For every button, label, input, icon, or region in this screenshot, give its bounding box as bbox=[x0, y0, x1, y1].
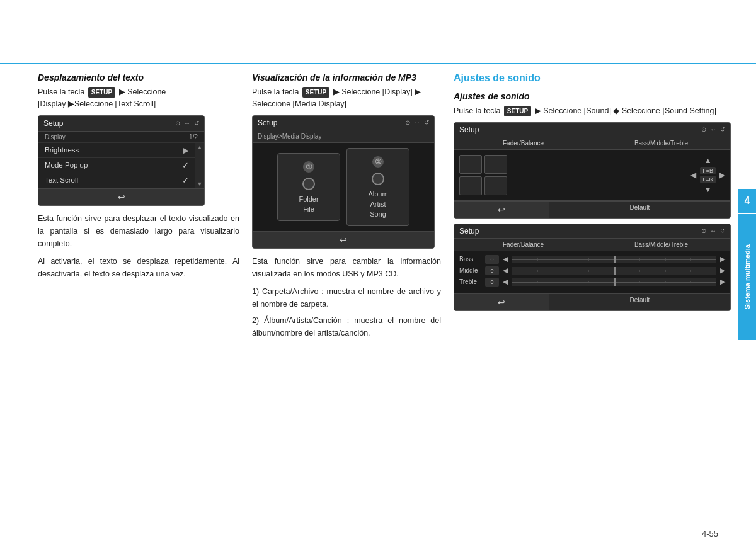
media-circle-2 bbox=[372, 173, 384, 185]
brightness-row: Brightness ▶ bbox=[38, 143, 195, 158]
eq-area: Bass 0 ◀ ▶ bbox=[454, 251, 730, 293]
media-text-folder: Folder bbox=[299, 195, 318, 203]
bass-middle-treble-tab: Bass/Middle/Treble bbox=[592, 137, 730, 150]
mid-body-text: Esta función sirve para cambiar la infor… bbox=[252, 255, 441, 280]
middle-bar bbox=[512, 267, 716, 275]
mid-section-title: Visualización de la información de MP3 bbox=[252, 72, 441, 82]
media-item-1: ① Folder File bbox=[277, 153, 340, 221]
media-setup-screen: Setup ⊙ ↔ ↺ Display>Media Display ① Fold… bbox=[252, 115, 435, 249]
brightness-arrow: ▶ bbox=[183, 145, 189, 155]
setup-badge-left: SETUP bbox=[88, 87, 115, 98]
chapter-number: 4 bbox=[738, 189, 756, 213]
sound2-fader-tab: Fader/Balance bbox=[454, 239, 592, 251]
mid-instruction: Pulse la tecla SETUP ▶ Seleccione [Displ… bbox=[252, 86, 441, 110]
balance-right-arrow[interactable]: ▶ bbox=[719, 171, 725, 179]
list-item-1: 1) Carpeta/Archivo : muestra el nombre d… bbox=[252, 285, 441, 310]
middle-value: 0 bbox=[485, 266, 499, 275]
media-text-song: Song bbox=[370, 210, 386, 218]
media-screen-title: Setup bbox=[258, 118, 277, 127]
sound-screen-1: Setup ⊙ ↔ ↺ Fader/Balance Bass/Middle/Tr… bbox=[454, 122, 731, 219]
middle-right-arrow[interactable]: ▶ bbox=[720, 266, 725, 275]
chapter-label: Sistema multimedia bbox=[743, 244, 751, 309]
middle-column: Visualización de la información de MP3 P… bbox=[252, 72, 441, 343]
media-back-button[interactable]: ↩ bbox=[253, 231, 434, 248]
sound-screen-2: Setup ⊙ ↔ ↺ Fader/Balance Bass/Middle/Tr… bbox=[454, 224, 731, 311]
sound2-bmt-tab: Bass/Middle/Treble bbox=[592, 239, 730, 251]
screen-title: Setup bbox=[43, 119, 63, 128]
main-content: Desplazamiento del texto Pulse la tecla … bbox=[38, 72, 731, 526]
setup-badge-mid: SETUP bbox=[302, 87, 329, 98]
columns-container: Desplazamiento del texto Pulse la tecla … bbox=[38, 72, 731, 343]
balance-up-arrow[interactable]: ▲ bbox=[704, 156, 712, 165]
bass-bar bbox=[512, 256, 716, 263]
fader-cell-rr bbox=[484, 176, 507, 195]
media-text-file: File bbox=[303, 205, 314, 213]
right-section-title-blue: Ajustes de sonido bbox=[454, 72, 731, 84]
media-screen-header: Setup ⊙ ↔ ↺ bbox=[253, 116, 434, 130]
media-sub-label: Display>Media Display bbox=[253, 130, 434, 143]
sound-screen1-bottom: ↩ Default bbox=[454, 200, 730, 218]
screen-icons: ⊙ ↔ ↺ bbox=[175, 120, 199, 127]
treble-row: Treble 0 ◀ bbox=[459, 278, 725, 287]
balance-horizontal-row: ◀ F=B L=R ▶ bbox=[690, 167, 725, 183]
fader-balance-area: ▲ ◀ F=B L=R ▶ ▼ bbox=[454, 150, 730, 200]
left-body-text-1: Esta función sirve para desplazar el tex… bbox=[38, 212, 239, 250]
middle-row: Middle 0 ◀ bbox=[459, 266, 725, 275]
sound-screen2-bottom: ↩ Default bbox=[454, 293, 730, 310]
sound-screen2-icons: ⊙ ↔ ↺ bbox=[701, 227, 725, 234]
left-instruction-arrow: ▶ bbox=[119, 88, 125, 96]
display-sub-label: Display 1/2 bbox=[38, 132, 204, 143]
left-body-text-2: Al activarla, el texto se desplaza repet… bbox=[38, 255, 239, 280]
bass-label: Bass bbox=[459, 256, 481, 263]
treble-label: Treble bbox=[459, 278, 481, 285]
setup-badge-right: SETUP bbox=[504, 106, 531, 116]
display-setup-screen: Setup ⊙ ↔ ↺ Display 1/2 bbox=[38, 115, 205, 206]
sound-screen1-title: Setup bbox=[459, 125, 479, 134]
media-num-2: ② bbox=[372, 156, 384, 168]
balance-labels: F=B L=R bbox=[700, 167, 716, 183]
fader-cell-fl bbox=[459, 155, 482, 174]
mode-popup-check: ✓ bbox=[182, 161, 189, 170]
screen-header: Setup ⊙ ↔ ↺ bbox=[38, 116, 204, 132]
text-scroll-row: Text Scroll ✓ bbox=[38, 173, 195, 188]
sound-screen1-back[interactable]: ↩ bbox=[454, 201, 549, 218]
brightness-label: Brightness bbox=[45, 146, 79, 154]
bass-bar-fill bbox=[614, 256, 616, 263]
middle-left-arrow[interactable]: ◀ bbox=[503, 266, 508, 275]
bass-row: Bass 0 ◀ ▶ bbox=[459, 255, 725, 264]
right-section-subtitle: Ajustes de sonido bbox=[454, 91, 731, 101]
treble-bar-fill bbox=[614, 278, 616, 286]
screen-body: Display 1/2 Brightness ▶ Mode Pop up bbox=[38, 132, 204, 205]
treble-right-arrow[interactable]: ▶ bbox=[720, 278, 725, 286]
scroll-up-icon: ▲ bbox=[197, 144, 203, 151]
bass-left-arrow[interactable]: ◀ bbox=[503, 255, 508, 263]
fader-cell-fr bbox=[484, 155, 507, 174]
mid-numbered-list: 1) Carpeta/Archivo : muestra el nombre d… bbox=[252, 285, 441, 339]
mode-popup-label: Mode Pop up bbox=[45, 161, 88, 169]
left-instruction: Pulse la tecla SETUP ▶ Seleccione [Displ… bbox=[38, 86, 239, 110]
scroll-down-icon: ▼ bbox=[197, 181, 203, 187]
text-scroll-check: ✓ bbox=[182, 176, 189, 185]
treble-value: 0 bbox=[485, 278, 499, 287]
sound-screen2-title: Setup bbox=[459, 227, 479, 236]
fader-balance-tab: Fader/Balance bbox=[454, 137, 592, 150]
balance-left-arrow[interactable]: ◀ bbox=[690, 171, 696, 179]
balance-down-arrow[interactable]: ▼ bbox=[704, 185, 712, 194]
fb-label: F=B bbox=[700, 167, 716, 174]
media-num-1: ① bbox=[303, 161, 314, 173]
bass-value: 0 bbox=[485, 255, 499, 264]
bass-right-arrow[interactable]: ▶ bbox=[720, 255, 725, 263]
back-button[interactable]: ↩ bbox=[38, 188, 204, 205]
sound-screen1-header: Setup ⊙ ↔ ↺ bbox=[454, 123, 730, 137]
lr-label: L=R bbox=[700, 176, 716, 183]
sound-screen1-icons: ⊙ ↔ ↺ bbox=[701, 126, 725, 133]
sound-screen2-back[interactable]: ↩ bbox=[454, 293, 549, 310]
treble-left-arrow[interactable]: ◀ bbox=[503, 278, 508, 286]
sound-screen2-default[interactable]: Default bbox=[549, 293, 730, 310]
sound-screen1-default[interactable]: Default bbox=[549, 201, 730, 218]
fader-grid bbox=[459, 155, 507, 195]
text-scroll-label: Text Scroll bbox=[45, 176, 78, 184]
media-text-artist: Artist bbox=[370, 200, 386, 208]
media-item-2: ② Album Artist Song bbox=[346, 148, 410, 226]
middle-bar-fill bbox=[614, 267, 616, 275]
